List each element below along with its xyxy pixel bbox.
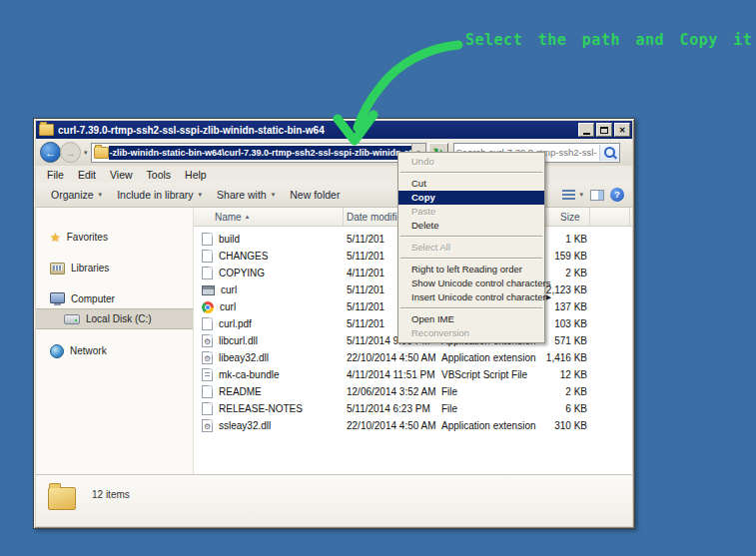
file-size: 103 KB (543, 318, 587, 329)
file-file-icon (202, 267, 213, 279)
details-pane: 12 items (36, 474, 632, 526)
file-name: README (219, 386, 262, 397)
menu-separator (400, 307, 542, 309)
file-date: 12/06/2014 3:52 AM (344, 386, 438, 397)
context-menu-item-delete[interactable]: Delete (398, 219, 544, 233)
file-name-cell: curl (194, 301, 344, 313)
sidebar-item-label: Computer (71, 293, 115, 304)
context-menu-item-undo: Undo (398, 155, 544, 169)
history-dropdown-icon[interactable]: ▾ (84, 149, 88, 157)
context-menu-item-show-unicode-control-characters[interactable]: Show Unicode control characters (398, 277, 544, 290)
address-bar[interactable]: -zlib-winidn-static-bin-w64\curl-7.39.0-… (91, 143, 426, 163)
sidebar-item-favorites[interactable]: ★Favorites (36, 228, 193, 247)
file-size: 159 KB (543, 251, 587, 262)
preview-pane-icon[interactable] (590, 190, 604, 201)
context-menu: UndoCutCopyPasteDeleteSelect AllRight to… (397, 152, 545, 343)
folder-icon (39, 124, 54, 136)
file-name: build (219, 234, 240, 245)
context-menu-item-insert-unicode-control-character[interactable]: Insert Unicode control character▶ (398, 290, 544, 304)
organize-button[interactable]: Organize▾ (44, 187, 110, 203)
file-type: VBScript Script File (438, 369, 543, 380)
minimize-button[interactable] (578, 123, 594, 137)
menu-separator (400, 258, 542, 260)
computer-icon (50, 292, 65, 303)
context-menu-item-right-to-left-reading-order[interactable]: Right to left Reading order (398, 263, 544, 277)
context-menu-item-copy[interactable]: Copy (398, 191, 544, 205)
new-folder-button[interactable]: New folder (283, 187, 347, 203)
dll-file-icon (202, 334, 213, 347)
dll-file-icon (202, 351, 213, 364)
table-row[interactable]: mk-ca-bundle4/11/2014 11:51 PMVBScript S… (194, 366, 632, 383)
context-menu-item-reconversion: Reconversion (398, 326, 544, 340)
views-button[interactable]: ▾ (562, 190, 584, 200)
file-name-cell: COPYING (194, 267, 344, 279)
context-menu-item-open-ime[interactable]: Open IME (398, 312, 544, 326)
file-name-cell: libcurl.dll (194, 334, 344, 347)
file-date: 5/11/2014 6:23 PM (344, 403, 438, 414)
disk-icon (64, 314, 80, 324)
context-menu-item-cut[interactable]: Cut (398, 177, 544, 191)
address-selected-path[interactable]: -zlib-winidn-static-bin-w64\curl-7.39.0-… (109, 146, 411, 160)
forward-button[interactable]: → (60, 142, 81, 163)
chevron-down-icon: ▾ (272, 191, 276, 199)
column-header-size[interactable]: Size (543, 208, 590, 226)
file-name: COPYING (219, 268, 265, 278)
file-name: curl.pdf (219, 318, 252, 329)
sidebar-item-libraries[interactable]: Libraries (36, 259, 193, 278)
menu-file[interactable]: File (42, 168, 69, 182)
sidebar-item-local-disk-c[interactable]: Local Disk (C:) (36, 308, 193, 329)
table-row[interactable]: ssleay32.dll22/10/2014 4:50 AMApplicatio… (194, 417, 632, 434)
star-icon: ★ (50, 232, 61, 244)
column-header-name[interactable]: Name▴ (194, 208, 344, 226)
table-row[interactable]: README12/06/2014 3:52 AMFile2 KB (194, 383, 632, 400)
file-size: 1 KB (543, 234, 587, 245)
menu-item-label: Undo (411, 155, 544, 169)
table-row[interactable]: libeay32.dll22/10/2014 4:50 AMApplicatio… (194, 349, 632, 366)
menu-separator (400, 172, 542, 174)
column-header-stub (590, 208, 630, 226)
table-row[interactable]: RELEASE-NOTES5/11/2014 6:23 PMFile6 KB (194, 400, 632, 417)
menu-tools[interactable]: Tools (142, 168, 177, 182)
file-type: File (438, 386, 543, 397)
file-name-cell: README (194, 385, 344, 398)
sort-asc-icon: ▴ (246, 213, 250, 221)
chevron-down-icon: ▾ (199, 191, 203, 199)
file-name: CHANGES (219, 251, 268, 262)
file-size: 12 KB (543, 369, 587, 380)
file-name: curl (220, 301, 236, 312)
file-date: 22/10/2014 4:50 AM (344, 352, 438, 363)
desktop: Select the path and Copy it curl-7.39.0-… (0, 0, 756, 556)
menu-item-label: Open IME (411, 312, 544, 326)
help-icon[interactable]: ? (610, 188, 624, 202)
chevron-down-icon: ▾ (99, 191, 103, 199)
close-button[interactable]: ✕ (614, 123, 630, 137)
search-icon (604, 147, 615, 158)
include-in-library-button[interactable]: Include in library▾ (110, 187, 210, 203)
file-name-cell: mk-ca-bundle (194, 368, 344, 381)
views-icon (562, 190, 575, 200)
search-button[interactable] (599, 145, 619, 161)
menu-item-label: Select All (411, 241, 544, 255)
context-menu-item-paste: Paste (398, 205, 544, 219)
sidebar-item-label: Libraries (71, 263, 109, 274)
sidebar-item-network[interactable]: Network (36, 341, 193, 360)
file-name-cell: curl.pdf (194, 317, 344, 330)
file-file-icon (202, 250, 213, 263)
file-date: 4/11/2014 11:51 PM (344, 369, 438, 380)
share-with-button[interactable]: Share with▾ (210, 187, 283, 203)
menu-view[interactable]: View (105, 168, 138, 182)
menu-item-label: Show Unicode control characters (411, 277, 550, 290)
menu-separator (400, 236, 542, 238)
items-count: 12 items (92, 489, 130, 500)
app-file-icon (202, 285, 215, 295)
menu-help[interactable]: Help (180, 168, 212, 182)
file-name-cell: build (194, 233, 344, 246)
sidebar-item-computer[interactable]: Computer (36, 289, 193, 308)
sidebar: ★FavoritesLibrariesComputerLocal Disk (C… (36, 208, 194, 474)
back-button[interactable]: ← (40, 142, 61, 163)
annotation-text: Select the path and Copy it (465, 31, 752, 49)
chevron-down-icon: ▾ (579, 191, 583, 199)
maximize-button[interactable] (596, 123, 612, 137)
menu-edit[interactable]: Edit (73, 168, 101, 182)
folder-icon (94, 147, 109, 159)
